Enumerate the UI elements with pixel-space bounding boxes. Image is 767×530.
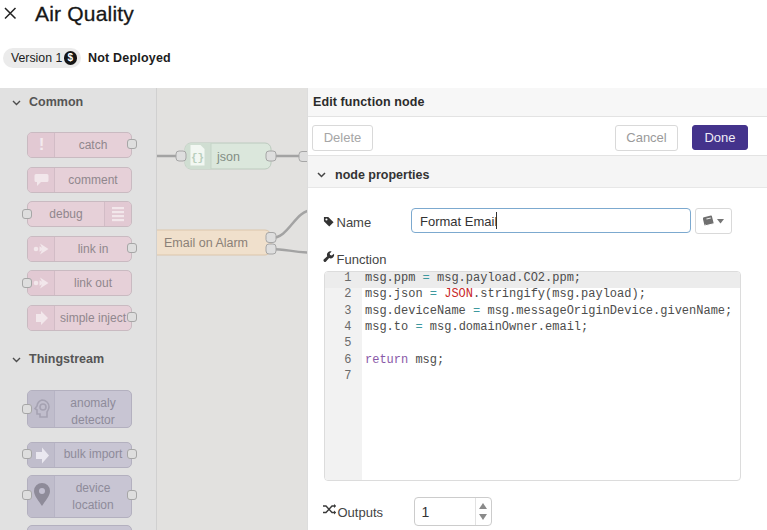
svg-text:json: json	[216, 150, 240, 164]
svg-text:Email on Alarm: Email on Alarm	[164, 236, 248, 250]
svg-text:{}: {}	[191, 152, 204, 164]
